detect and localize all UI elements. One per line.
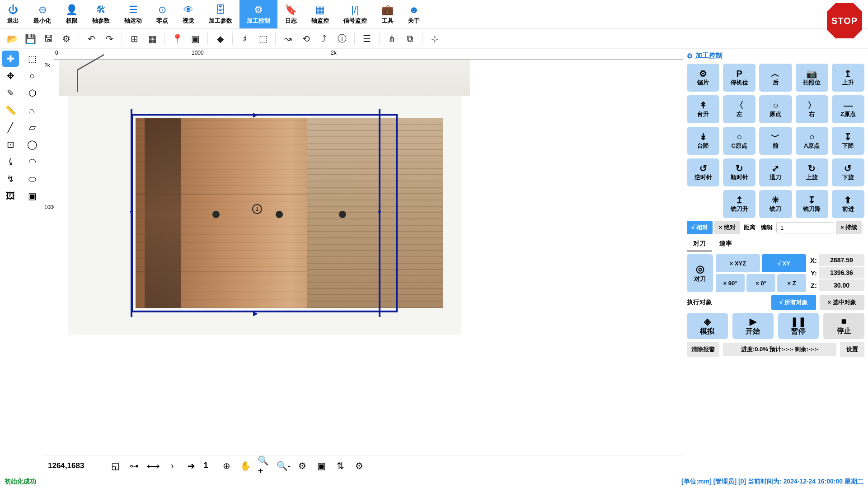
jog-右[interactable]: 〉右 — [796, 95, 828, 123]
menu-item-6[interactable]: 👁视觉 — [175, 0, 202, 28]
jog-拍照位[interactable]: 📷拍照位 — [796, 64, 828, 92]
menu-item-3[interactable]: 🛠轴参数 — [85, 0, 117, 28]
jog-下降[interactable]: ↧下降 — [832, 127, 864, 155]
tool-4[interactable]: ✎ — [2, 85, 19, 101]
save-button[interactable]: 💾 — [23, 31, 38, 46]
node-icon[interactable]: ⊶ — [127, 459, 141, 473]
redo-button[interactable]: ↷ — [102, 31, 117, 46]
menu-item-13[interactable]: ☻关于 — [401, 0, 427, 28]
hash-button[interactable]: ♯ — [237, 31, 253, 46]
layers-button[interactable]: ⧉ — [402, 31, 418, 46]
jog-前进[interactable]: ⬆前进 — [832, 190, 864, 218]
action-停止[interactable]: ■停止 — [823, 313, 864, 339]
tool-8[interactable]: ╱ — [2, 119, 19, 135]
fit-icon[interactable]: ▣ — [314, 459, 328, 473]
jog-顺时针[interactable]: ↻顺时针 — [723, 158, 755, 186]
arrow-icon[interactable]: › — [165, 459, 179, 473]
path2-button[interactable]: ⟲ — [298, 31, 314, 46]
info-button[interactable]: ⓘ — [334, 31, 350, 46]
tool-9[interactable]: ▱ — [23, 119, 41, 135]
action-暂停[interactable]: ❚❚暂停 — [778, 313, 819, 339]
shape-button[interactable]: ◆ — [212, 31, 228, 46]
sliders-icon[interactable]: ⚙ — [296, 459, 309, 473]
distance-input[interactable] — [776, 222, 834, 233]
undo-button[interactable]: ↶ — [84, 31, 99, 46]
jog-台升[interactable]: ↟台升 — [687, 95, 719, 123]
menu-item-0[interactable]: ⏻退出 — [0, 0, 26, 28]
mode-absolute-button[interactable]: × 绝对 — [714, 221, 740, 234]
tool-10[interactable]: ⊡ — [2, 136, 19, 153]
snap-corner-icon[interactable]: ◱ — [108, 459, 122, 473]
align-button[interactable]: ⊹ — [427, 31, 442, 46]
tool-6[interactable]: 📏 — [2, 102, 19, 118]
tool-set-button[interactable]: ◎ 对刀 — [687, 254, 713, 292]
tool-14[interactable]: ↯ — [2, 171, 19, 187]
tab-对刀[interactable]: 对刀 — [687, 237, 712, 251]
sort-icon[interactable]: ⇅ — [333, 459, 347, 473]
menu-item-4[interactable]: ☰轴运动 — [117, 0, 149, 28]
mode-continuous-button[interactable]: × 持续 — [836, 221, 862, 234]
jog-前[interactable]: ﹀前 — [759, 127, 792, 155]
angle-0[interactable]: × 90° — [716, 274, 745, 292]
tool-17[interactable]: ▣ — [23, 188, 41, 204]
tool-11[interactable]: ◯ — [23, 136, 41, 153]
jog-铣刀升[interactable]: ↥铣刀升 — [723, 190, 755, 218]
action-开始[interactable]: ▶开始 — [732, 313, 774, 339]
menu-item-1[interactable]: ⊖最小化 — [26, 0, 58, 28]
exec-selected-button[interactable]: × 选中对象 — [820, 295, 864, 310]
tool-0[interactable]: ✚ — [2, 51, 19, 67]
edit-label[interactable]: 编辑 — [759, 223, 774, 232]
tool-3[interactable]: ○ — [23, 68, 41, 84]
tool-13[interactable]: ◠ — [23, 153, 41, 170]
path3-button[interactable]: ⤴ — [316, 31, 332, 46]
exec-all-button[interactable]: √ 所有对象 — [771, 295, 816, 310]
jog-Z原点[interactable]: —Z原点 — [832, 95, 864, 123]
tool-2[interactable]: ✥ — [2, 68, 19, 84]
pan-icon[interactable]: ✋ — [239, 459, 252, 473]
canvas-area[interactable]: 010002k 2k1000 1 — [43, 49, 683, 455]
angle-1[interactable]: × 0° — [746, 274, 775, 292]
snap-button[interactable]: ⊞ — [127, 31, 142, 46]
tool-15[interactable]: ⬭ — [23, 171, 41, 187]
mode-relative-button[interactable]: √ 相对 — [687, 221, 713, 234]
jog-后[interactable]: ︿后 — [759, 64, 792, 92]
menu-item-10[interactable]: ▦轴监控 — [304, 0, 336, 28]
tool-1[interactable]: ⬚ — [23, 51, 41, 67]
jog-C原点[interactable]: ○C原点 — [723, 127, 755, 155]
list-button[interactable]: ☰ — [359, 31, 375, 46]
menu-item-9[interactable]: 🔖日志 — [277, 0, 304, 28]
tool-16[interactable]: 🖼 — [2, 188, 19, 204]
menu-item-8[interactable]: ⚙加工控制 — [239, 0, 277, 28]
dashsq-button[interactable]: ⬚ — [255, 31, 271, 46]
jog-锯片[interactable]: ⚙锯片 — [687, 64, 719, 92]
jog-上升[interactable]: ↥上升 — [832, 64, 864, 92]
jog-逆时针[interactable]: ↺逆时针 — [687, 158, 719, 186]
pin-button[interactable]: 📍 — [169, 31, 185, 46]
measure-icon[interactable]: ⟷ — [146, 459, 160, 473]
grid-button[interactable]: ▦ — [145, 31, 160, 46]
tool-12[interactable]: ⤹ — [2, 153, 19, 170]
jog-A原点[interactable]: ○A原点 — [796, 127, 828, 155]
jog-下旋[interactable]: ↺下旋 — [832, 158, 864, 186]
jog-退刀[interactable]: ⤢退刀 — [759, 158, 792, 186]
pointer-icon[interactable]: ➔ — [184, 459, 198, 473]
menu-item-11[interactable]: |/|信号监控 — [336, 0, 374, 28]
action-模拟[interactable]: ◈模拟 — [687, 313, 728, 339]
jog-上旋[interactable]: ↻上旋 — [796, 158, 828, 186]
save-device-button[interactable]: 🖫 — [41, 31, 56, 46]
route-button[interactable]: ⋔ — [384, 31, 399, 46]
jog-原点[interactable]: ○原点 — [759, 95, 792, 123]
zoom-in-icon[interactable]: 🔍+ — [258, 459, 271, 473]
angle-2[interactable]: × Z — [777, 274, 806, 292]
viewport[interactable]: 1 ▶ ▶ ▼ ▼ — [54, 60, 683, 455]
target-icon[interactable]: ⊕ — [220, 459, 233, 473]
jog-铣刀降[interactable]: ↧铣刀降 — [796, 190, 828, 218]
tab-速率[interactable]: 速率 — [713, 237, 738, 251]
tool-7[interactable]: ⏢ — [23, 102, 41, 118]
path1-button[interactable]: ↝ — [280, 31, 296, 46]
settings-button[interactable]: 设置 — [840, 342, 864, 357]
frame-button[interactable]: ▣ — [188, 31, 203, 46]
zoom-out-icon[interactable]: 🔍- — [277, 459, 290, 473]
clear-alarm-button[interactable]: 清除报警 — [687, 342, 719, 357]
settings-icon[interactable]: ⚙ — [352, 459, 366, 473]
